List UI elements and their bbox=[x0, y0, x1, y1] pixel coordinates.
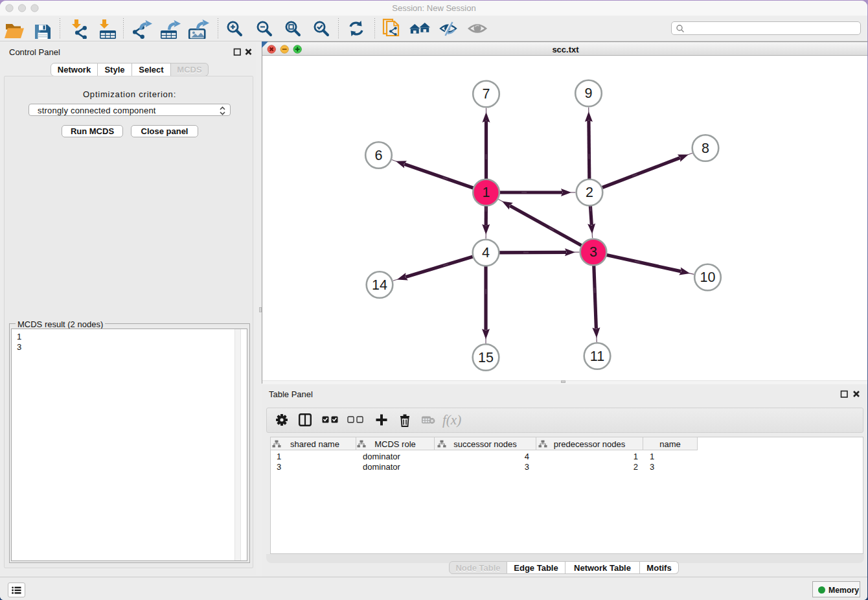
svg-text:6: 6 bbox=[375, 148, 383, 163]
svg-text:15: 15 bbox=[478, 350, 494, 365]
svg-text:9: 9 bbox=[585, 86, 593, 101]
svg-text:8: 8 bbox=[702, 141, 709, 156]
svg-text:2: 2 bbox=[586, 185, 593, 200]
svg-text:10: 10 bbox=[700, 270, 716, 285]
svg-text:3: 3 bbox=[589, 244, 597, 260]
svg-text:11: 11 bbox=[590, 349, 604, 364]
svg-text:4: 4 bbox=[482, 245, 490, 260]
svg-text:1: 1 bbox=[483, 185, 490, 200]
svg-text:14: 14 bbox=[372, 277, 387, 293]
svg-text:7: 7 bbox=[483, 86, 490, 102]
